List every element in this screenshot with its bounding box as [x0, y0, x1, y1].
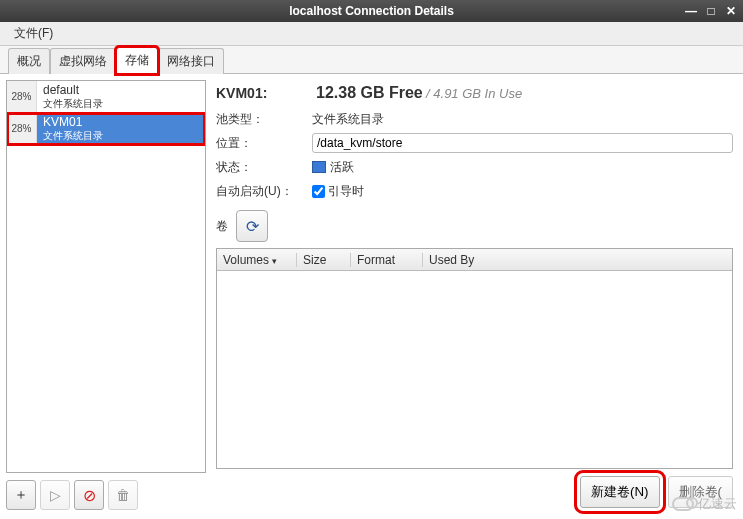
window-controls: — □ ✕ — [683, 4, 739, 18]
window-titlebar: localhost Connection Details — □ ✕ — [0, 0, 743, 22]
pool-used-size: / 4.91 GB In Use — [426, 86, 522, 101]
delete-volume-button[interactable]: 删除卷( — [668, 476, 733, 508]
menu-bar: 文件(F) — [0, 22, 743, 46]
pool-toolbar: ＋ ▷ ⊘ 🗑 — [6, 473, 206, 513]
pool-state-label: 状态： — [216, 159, 312, 176]
pool-name-label: KVM01 — [43, 115, 103, 129]
pool-item-kvm01[interactable]: 28% KVM01 文件系统目录 — [7, 113, 205, 145]
tab-network-interface[interactable]: 网络接口 — [158, 48, 224, 74]
volume-table-header: Volumes Size Format Used By — [217, 249, 732, 271]
autostart-checkbox[interactable] — [312, 185, 325, 198]
stop-icon: ⊘ — [83, 486, 96, 505]
volume-row: 卷 ⟳ — [216, 210, 733, 242]
col-format[interactable]: Format — [351, 253, 423, 267]
new-volume-button[interactable]: 新建卷(N) — [580, 476, 660, 508]
tab-overview[interactable]: 概况 — [8, 48, 50, 74]
pool-header: KVM01: 12.38 GB Free / 4.91 GB In Use — [216, 84, 733, 102]
delete-pool-button[interactable]: 🗑 — [108, 480, 138, 510]
pool-location-value — [312, 133, 733, 153]
refresh-icon: ⟳ — [246, 217, 259, 236]
pool-type-label: 文件系统目录 — [43, 98, 103, 110]
pool-details-panel: KVM01: 12.38 GB Free / 4.91 GB In Use 池类… — [212, 80, 737, 513]
pool-free-size: 12.38 GB Free — [316, 84, 423, 101]
pool-type-label: 池类型： — [216, 111, 312, 128]
pool-item-default[interactable]: 28% default 文件系统目录 — [7, 81, 205, 113]
plus-icon: ＋ — [14, 486, 28, 504]
storage-pool-list[interactable]: 28% default 文件系统目录 28% KVM01 文件系统目录 — [6, 80, 206, 473]
col-volumes[interactable]: Volumes — [217, 253, 297, 267]
storage-pool-panel: 28% default 文件系统目录 28% KVM01 文件系统目录 ＋ ▷ … — [6, 80, 206, 513]
volume-table-body — [217, 271, 732, 468]
trash-icon: 🗑 — [116, 487, 130, 503]
pool-title: KVM01: — [216, 85, 296, 101]
col-usedby[interactable]: Used By — [423, 253, 732, 267]
pool-type-label: 文件系统目录 — [43, 130, 103, 142]
window-title: localhost Connection Details — [289, 4, 454, 18]
tab-virtual-network[interactable]: 虚拟网络 — [50, 48, 116, 74]
pool-location-input[interactable] — [312, 133, 733, 153]
pool-location-label: 位置： — [216, 135, 312, 152]
pool-autostart-value: 引导时 — [312, 183, 733, 200]
minimize-icon[interactable]: — — [683, 4, 699, 18]
pool-name-label: default — [43, 83, 103, 97]
pool-usage-pct: 28% — [7, 81, 37, 112]
play-icon: ▷ — [50, 487, 61, 503]
state-active-icon — [312, 161, 326, 173]
volume-label: 卷 — [216, 218, 228, 235]
tab-storage[interactable]: 存储 — [116, 47, 158, 74]
start-pool-button[interactable]: ▷ — [40, 480, 70, 510]
stop-pool-button[interactable]: ⊘ — [74, 480, 104, 510]
content-area: 28% default 文件系统目录 28% KVM01 文件系统目录 ＋ ▷ … — [0, 74, 743, 519]
pool-state-value: 活跃 — [312, 159, 733, 176]
pool-autostart-label: 自动启动(U)： — [216, 183, 312, 200]
menu-file[interactable]: 文件(F) — [8, 23, 59, 44]
col-size[interactable]: Size — [297, 253, 351, 267]
volume-table[interactable]: Volumes Size Format Used By — [216, 248, 733, 469]
pool-type-value: 文件系统目录 — [312, 111, 733, 128]
pool-usage-pct: 28% — [7, 113, 37, 144]
close-icon[interactable]: ✕ — [723, 4, 739, 18]
tab-bar: 概况 虚拟网络 存储 网络接口 — [0, 46, 743, 74]
refresh-volumes-button[interactable]: ⟳ — [236, 210, 268, 242]
add-pool-button[interactable]: ＋ — [6, 480, 36, 510]
maximize-icon[interactable]: □ — [703, 4, 719, 18]
volume-toolbar: 新建卷(N) 删除卷( — [216, 469, 733, 509]
